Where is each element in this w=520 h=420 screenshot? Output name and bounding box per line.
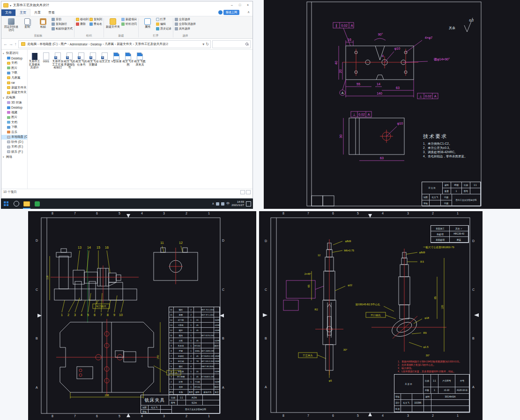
sidebar-item-pc[interactable]: 下载: [1, 125, 27, 130]
file-item[interactable]: 程文飞的任务书: [75, 52, 87, 66]
delete-button[interactable]: 删除: [76, 22, 89, 26]
invert-selection-button[interactable]: 反向选择: [175, 27, 196, 31]
sidebar-item-quick[interactable]: 图片: [1, 66, 27, 71]
copy-path-button[interactable]: 复制路径: [52, 22, 73, 26]
expand-chevron-icon[interactable]: ▾: [3, 52, 5, 55]
ribbon-collapse-icon[interactable]: ∧: [247, 10, 250, 14]
sidebar-section-quick-access[interactable]: ▾快速访问: [1, 51, 27, 56]
tab-home[interactable]: 主页: [15, 9, 30, 16]
action-center-icon[interactable]: [246, 201, 251, 206]
up-icon[interactable]: ↑: [15, 42, 17, 46]
bom-cell: 20: [194, 369, 201, 374]
sidebar-item-pc[interactable]: 娱乐 (F:): [1, 149, 27, 155]
history-button[interactable]: 历史记录: [156, 27, 171, 31]
search-circle-icon: [14, 201, 19, 206]
taskbar-clock[interactable]: 14:55 2021/1/27: [231, 200, 244, 207]
bom-cell: 2: [188, 359, 194, 364]
dim-16: 16: [348, 38, 351, 41]
close-button[interactable]: ×: [244, 2, 252, 8]
minimize-button[interactable]: –: [228, 2, 236, 8]
sidebar-item-pc[interactable]: 文档 (E:): [1, 145, 27, 150]
back-icon[interactable]: ←: [3, 42, 7, 46]
sidebar-item-pc[interactable]: 文档: [1, 120, 27, 125]
file-item[interactable]: 论文正文: [99, 52, 111, 63]
breadcrumb-item[interactable]: Administrator: [70, 43, 88, 46]
edit-button[interactable]: 编辑: [156, 22, 171, 26]
sidebar-item-quick[interactable]: 新建文件夹 (2): [1, 90, 27, 96]
sidebar-item-quick[interactable]: Desktop: [1, 56, 27, 61]
file-item[interactable]: 0001: [40, 52, 52, 63]
file-item[interactable]: 程文飞草图: [122, 52, 134, 66]
sidebar-section-this-pc[interactable]: ▾此电脑: [1, 95, 27, 100]
new-folder-button[interactable]: 新建文件夹: [105, 17, 120, 29]
select-none-button[interactable]: 全部取消选择: [175, 22, 196, 26]
breadcrumb-item[interactable]: 叉形件工艺及铣夹具设计: [135, 42, 169, 46]
sidebar-item-pc[interactable]: 视频: [1, 110, 27, 115]
new-item-button[interactable]: 新建项目: [121, 17, 137, 22]
sidebar-item-quick[interactable]: rar: [1, 81, 27, 86]
breadcrumb[interactable]: 此电脑›本地磁盘 (C:)›用户›Administrator›Desktop›凡…: [18, 40, 211, 48]
copy-button[interactable]: 复制: [20, 17, 35, 29]
file-item[interactable]: V型块体: [111, 52, 122, 63]
sidebar-item-pc[interactable]: 3D 对象: [1, 100, 27, 105]
easy-access-button[interactable]: 轻松访问: [121, 22, 137, 26]
address-dropdown-icon[interactable]: ▾: [202, 42, 204, 46]
tray-chevron-up-icon[interactable]: ∧: [212, 202, 214, 206]
thumbnail-view-icon[interactable]: [246, 190, 251, 194]
search-input[interactable]: [213, 43, 245, 45]
tab-file[interactable]: 文件: [1, 9, 15, 16]
sidebar-item-quick[interactable]: 凡赛翼: [1, 75, 27, 81]
details-view-icon[interactable]: [240, 190, 245, 194]
network-icon[interactable]: [216, 202, 219, 206]
rename-button[interactable]: 重命名: [89, 22, 102, 26]
breadcrumb-item[interactable]: 用户: [60, 42, 67, 46]
search-taskbar-button[interactable]: [11, 199, 22, 209]
paste-shortcut-button[interactable]: 粘贴快捷方式: [52, 27, 73, 31]
breadcrumb-item[interactable]: 本地磁盘 (C:): [39, 42, 58, 46]
cut-button[interactable]: 剪切: [52, 17, 73, 22]
move-to-button[interactable]: 移动到: [76, 17, 89, 22]
copy-to-button[interactable]: 复制到: [89, 17, 102, 22]
file-item[interactable]: 叉形件工艺及铣夹具设计: [29, 52, 40, 69]
open-button[interactable]: 打开: [156, 17, 171, 22]
sidebar-item-pc[interactable]: 软件 (D:): [1, 140, 27, 145]
breadcrumb-item[interactable]: 凡赛翼: [105, 42, 114, 46]
maximize-button[interactable]: □: [236, 2, 244, 8]
breadcrumb-item[interactable]: Desktop: [90, 43, 102, 46]
properties-button[interactable]: 属性: [140, 17, 155, 29]
explorer-taskbar-button[interactable]: [22, 199, 32, 209]
select-all-button[interactable]: 全部选择: [175, 17, 196, 22]
sidebar-item-quick[interactable]: 下载: [1, 71, 27, 76]
file-item[interactable]: 程文飞铣床夹具: [134, 52, 146, 66]
sidebar-item-pc[interactable]: 本地磁盘 (C:): [1, 135, 27, 140]
start-button[interactable]: [1, 199, 11, 209]
green-app-taskbar-button[interactable]: [32, 199, 42, 209]
expand-chevron-icon[interactable]: ▾: [3, 96, 5, 99]
file-item[interactable]: 程文飞的开题报告书: [64, 52, 75, 69]
file-item[interactable]: 叉形件加工工艺规程制订: [52, 52, 64, 69]
zone-letter: A: [472, 385, 475, 389]
volume-icon[interactable]: [221, 202, 224, 206]
paste-button[interactable]: 粘贴: [36, 17, 51, 29]
file-item[interactable]: 程文飞论文翻译: [87, 52, 99, 66]
folder-icon: [7, 86, 10, 89]
sidebar-item-pc[interactable]: 音乐: [1, 130, 27, 135]
sidebar-section-network[interactable]: ▾网络: [1, 155, 27, 160]
promo-badge[interactable]: 极速上网: [223, 10, 239, 15]
sidebar-item-quick[interactable]: 新建文件夹: [1, 85, 27, 90]
cloud-badge-icon[interactable]: [218, 10, 223, 15]
expand-chevron-icon[interactable]: ▾: [3, 155, 5, 158]
breadcrumb-item[interactable]: 此电脑: [28, 42, 37, 46]
sidebar-item-pc[interactable]: Desktop: [1, 105, 27, 111]
sidebar-item-pc[interactable]: 图片: [1, 115, 27, 120]
forward-icon[interactable]: →: [9, 42, 13, 46]
pin-to-quick-access-button[interactable]: 固定到快速访问: [4, 17, 19, 31]
tab-view[interactable]: 查看: [45, 9, 59, 16]
sidebar-item-quick[interactable]: 文档: [1, 61, 27, 66]
quick-access-toolbar-arrow-icon[interactable]: ▾: [10, 4, 11, 7]
breadcrumb-item[interactable]: 新建文件夹: [117, 42, 132, 46]
refresh-icon[interactable]: ↻: [206, 42, 209, 46]
tab-share[interactable]: 共享: [30, 9, 45, 16]
input-language-indicator[interactable]: 中: [226, 201, 230, 206]
search-box[interactable]: [212, 40, 251, 48]
